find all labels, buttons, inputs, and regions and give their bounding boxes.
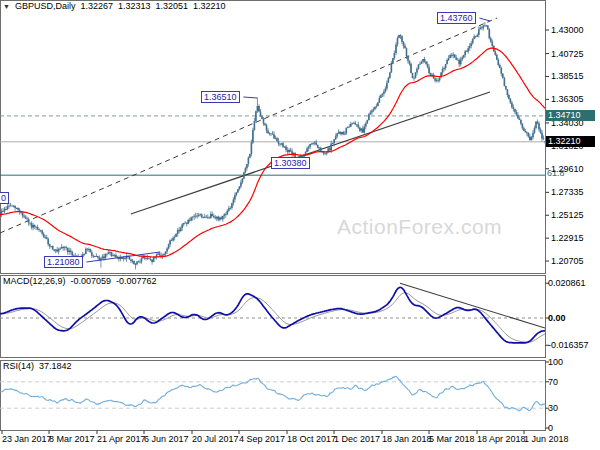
macd-main-value: -0.007059 <box>71 276 112 287</box>
rsi-axis-label: 30 <box>548 403 558 414</box>
annotation-pointer <box>479 18 490 21</box>
annotation-pointer <box>243 97 257 98</box>
candlesticks <box>0 22 545 269</box>
y-axis-label: 1.27335 <box>551 187 584 198</box>
date-label: 4 Sep 2017 <box>239 434 285 444</box>
y-axis-label: 1.29610 <box>551 164 584 175</box>
date-label: 21 Apr 2017 <box>97 434 146 444</box>
rsi-axis-label: 100 <box>548 357 563 368</box>
ma-line <box>0 48 545 257</box>
macd-axis-label: 0.020861 <box>548 278 586 289</box>
chart-title: ▼ GBPUSD,Daily 1.32267 1.32313 1.32051 1… <box>3 1 226 12</box>
rsi-axis-label: 0 <box>548 423 553 434</box>
macd-signal-value: -0.007762 <box>116 276 157 287</box>
y-axis-label: 1.22915 <box>551 233 584 244</box>
annotation-box: 1.30380 <box>271 157 310 169</box>
annotation-box: 1.43760 <box>437 12 476 24</box>
collapse-icon: ▼ <box>3 1 10 12</box>
macd-main-line <box>0 287 545 343</box>
annotation-box: 1.36510 <box>201 91 240 103</box>
date-label: 18 Jan 2018 <box>382 434 432 444</box>
title-open: 1.32267 <box>80 1 113 12</box>
axis-ticks <box>2 30 549 434</box>
macd-axis-label: -0.016357 <box>548 340 589 351</box>
title-low: 1.32051 <box>156 1 189 12</box>
macd-axis-label: 0.00 <box>548 313 566 324</box>
macd-lines <box>0 287 545 343</box>
date-label: 5 Mar 2018 <box>429 434 475 444</box>
date-label: 23 Jan 2017 <box>2 434 52 444</box>
resistance-price-tag: 1.34710 <box>546 110 595 121</box>
macd-label: MACD(12,26,9) <box>3 276 66 287</box>
rsi-label-row: RSI(14) 37.1842 <box>3 361 72 372</box>
annotation-box: 1.21080 <box>44 256 83 268</box>
rsi-axis-label: 70 <box>548 377 558 388</box>
y-axis-label: 1.25125 <box>551 210 584 221</box>
channel-trendline-dashed <box>0 18 497 233</box>
date-label: 1 Jun 2018 <box>524 434 569 444</box>
symbol-timeframe: GBPUSD,Daily <box>15 1 76 12</box>
rsi-label: RSI(14) <box>3 361 34 372</box>
current-price-tag: 1.32210 <box>546 136 595 147</box>
y-axis-label: 1.20705 <box>551 256 584 267</box>
macd-trendline <box>400 283 545 328</box>
macd-label-row: MACD(12,26,9) -0.007059 -0.007762 <box>3 276 157 287</box>
date-label: 6 Jun 2017 <box>144 434 189 444</box>
title-high: 1.32313 <box>118 1 151 12</box>
chart-window: ActionForex.com ▼ GBPUSD,Daily 1.32267 1… <box>0 0 600 450</box>
y-axis-label: 1.38515 <box>551 71 584 82</box>
chart-canvas <box>0 0 600 450</box>
date-label: 18 Apr 2018 <box>477 434 526 444</box>
date-label: 20 Jul 2017 <box>192 434 239 444</box>
annotation-box: 0 <box>0 192 9 204</box>
date-label: 8 Mar 2017 <box>49 434 95 444</box>
date-label: 1 Dec 2017 <box>334 434 380 444</box>
rsi-value: 37.1842 <box>39 361 72 372</box>
date-label: 18 Oct 2017 <box>287 434 336 444</box>
y-axis-label: 1.36305 <box>551 94 584 105</box>
y-axis-label: 1.40725 <box>551 49 584 60</box>
y-axis-label: 1.43000 <box>551 25 584 36</box>
title-close: 1.32210 <box>193 1 226 12</box>
